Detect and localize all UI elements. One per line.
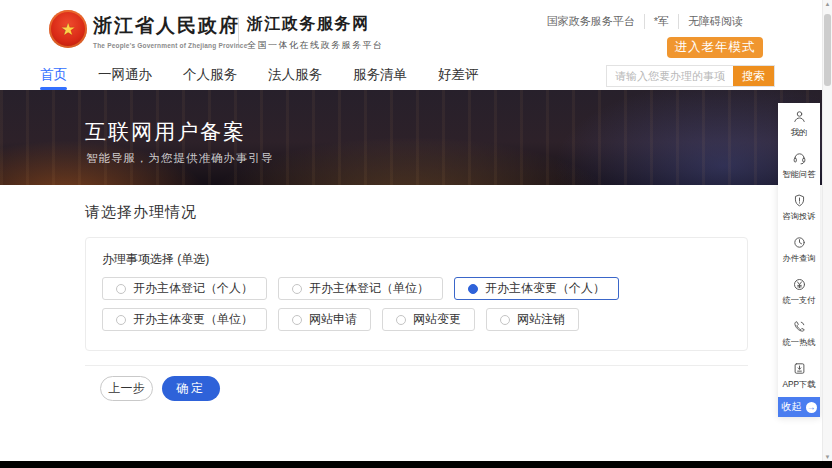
option-group-label: 办理事项选择 (单选) (102, 251, 747, 268)
option-label: 网站注销 (517, 311, 565, 328)
radio-icon (396, 315, 406, 325)
option-label: 开办主体登记（个人） (133, 280, 253, 297)
sidebar-item-label: 我的 (791, 127, 808, 139)
scroll-up-arrow-icon[interactable]: ▲ (823, 1, 832, 7)
option-label: 网站变更 (413, 311, 461, 328)
radio-icon (292, 284, 302, 294)
sidebar-item-unified-pay[interactable]: 统一支付 (778, 271, 820, 313)
sidebar-item-label: 咨询投诉 (782, 211, 815, 223)
sidebar-item-label: 统一支付 (782, 295, 815, 307)
search-input[interactable] (607, 66, 733, 86)
option-label: 开办主体变更（个人） (485, 280, 605, 297)
collapse-label: 收起 (782, 400, 802, 414)
option-change-unit[interactable]: 开办主体变更（单位） (102, 308, 267, 331)
header: ★ 浙江省人民政府 The People's Government of Zhe… (0, 0, 822, 60)
sidebar-item-consult-complaint[interactable]: 咨询投诉 (778, 187, 820, 229)
sidebar-item-label: 智能问答 (782, 169, 815, 181)
link-accessibility[interactable]: 无障碍阅读 (678, 14, 752, 29)
user-icon (792, 109, 807, 124)
logo-divider (238, 17, 239, 44)
option-group: 开办主体登记（个人） 开办主体登记（单位） 开办主体变更（个人） 开办主体变更（… (102, 277, 733, 331)
option-website-apply[interactable]: 网站申请 (278, 308, 371, 331)
shield-alert-icon (792, 193, 807, 208)
option-register-unit[interactable]: 开办主体登记（单位） (278, 277, 443, 300)
hero-banner: 互联网用户备案 智能导服，为您提供准确办事引导 (0, 90, 822, 185)
content-divider (85, 365, 748, 366)
headset-chat-icon (792, 151, 807, 166)
sidebar-item-app-download[interactable]: APP下载 (778, 355, 820, 397)
sidebar-item-label: APP下载 (782, 379, 815, 391)
nav-item-legal-person[interactable]: 法人服务 (268, 61, 322, 89)
search-button[interactable]: 搜索 (733, 66, 774, 86)
sidebar-collapse-button[interactable]: 收起 → (778, 397, 820, 417)
option-change-personal[interactable]: 开办主体变更（个人） (454, 277, 619, 300)
gov-logo-block: 浙江省人民政府 The People's Government of Zheji… (93, 13, 247, 49)
sidebar-item-mine[interactable]: 我的 (778, 103, 820, 145)
radio-icon (116, 315, 126, 325)
radio-icon (500, 315, 510, 325)
history-clock-icon (792, 235, 807, 250)
search-box: 搜索 (606, 65, 775, 87)
page: ★ 浙江省人民政府 The People's Government of Zhe… (0, 0, 832, 468)
gov-title: 浙江省人民政府 (93, 13, 247, 39)
radio-icon (116, 284, 126, 294)
back-button[interactable]: 上一步 (100, 376, 153, 401)
quick-sidebar: 我的 智能问答 咨询投诉 办件查询 统一支付 统一热线 APP下载 收起 → (778, 103, 820, 417)
radio-icon (292, 315, 302, 325)
option-label: 网站申请 (309, 311, 357, 328)
portal-logo-block: 浙江政务服务网 全国一体化在线政务服务平台 (247, 14, 384, 52)
option-label: 开办主体登记（单位） (309, 280, 429, 297)
option-label: 开办主体变更（单位） (133, 311, 253, 328)
option-website-cancel[interactable]: 网站注销 (486, 308, 579, 331)
scrollbar-thumb[interactable] (824, 14, 831, 86)
radio-selected-icon (468, 284, 478, 294)
confirm-button[interactable]: 确定 (162, 376, 220, 401)
elder-mode-button[interactable]: 进入老年模式 (667, 37, 763, 58)
section-title: 请选择办理情况 (85, 203, 197, 222)
page-scrollbar[interactable]: ▲ ▼ (822, 0, 832, 461)
option-card: 办理事项选择 (单选) 开办主体登记（个人） 开办主体登记（单位） 开办主体变更… (85, 237, 748, 351)
option-website-change[interactable]: 网站变更 (382, 308, 475, 331)
nav-item-personal[interactable]: 个人服务 (183, 61, 237, 89)
link-national-platform[interactable]: 国家政务服务平台 (538, 14, 644, 29)
sidebar-item-label: 统一热线 (782, 337, 815, 349)
scroll-down-arrow-icon[interactable]: ▼ (823, 454, 832, 460)
option-register-personal[interactable]: 开办主体登记（个人） (102, 277, 267, 300)
sidebar-item-smart-qa[interactable]: 智能问答 (778, 145, 820, 187)
nav-item-review[interactable]: 好差评 (438, 61, 479, 89)
sidebar-item-label: 办件查询 (782, 253, 815, 265)
emblem-star-icon: ★ (60, 21, 75, 38)
nav-item-service-list[interactable]: 服务清单 (353, 61, 407, 89)
sidebar-item-unified-hotline[interactable]: 统一热线 (778, 313, 820, 355)
collapse-arrow-icon: → (806, 402, 817, 413)
portal-title: 浙江政务服务网 (247, 14, 384, 35)
header-top-links: 国家政务服务平台 *军 无障碍阅读 (538, 14, 752, 29)
gov-subtitle: The People's Government of Zhejiang Prov… (93, 42, 247, 49)
nav-item-one-network[interactable]: 一网通办 (98, 61, 152, 89)
sidebar-item-case-query[interactable]: 办件查询 (778, 229, 820, 271)
nav-item-home[interactable]: 首页 (40, 61, 67, 89)
link-username[interactable]: *军 (644, 14, 678, 29)
phone-icon (792, 319, 807, 334)
app-download-icon (792, 361, 807, 376)
national-emblem-logo: ★ (49, 10, 87, 48)
hero-title: 互联网用户备案 (85, 118, 246, 146)
bottom-black-bar (0, 461, 832, 468)
portal-subtitle: 全国一体化在线政务服务平台 (247, 39, 384, 52)
hero-subtitle: 智能导服，为您提供准确办事引导 (86, 151, 274, 166)
yuan-circle-icon (792, 277, 807, 292)
